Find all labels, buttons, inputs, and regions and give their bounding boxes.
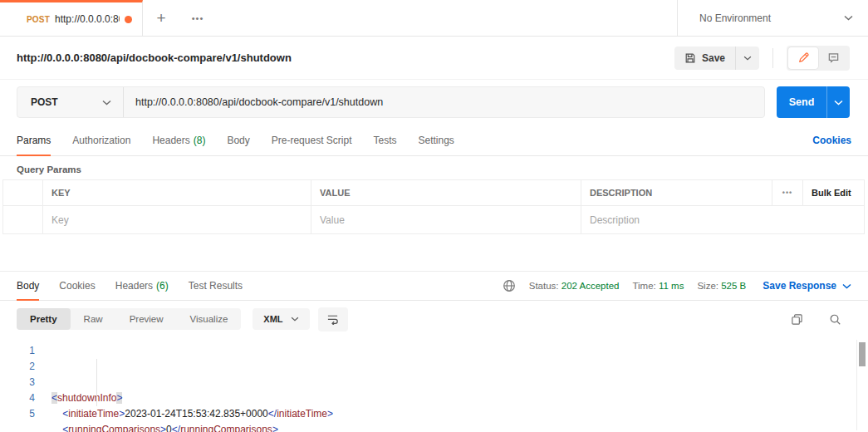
wrap-text-button[interactable] [318, 307, 348, 331]
request-title-bar: http://0.0.0.0:8080/api/docbook-compare/… [0, 37, 868, 80]
headers-count: (8) [194, 135, 206, 146]
tab-body[interactable]: Body [227, 125, 249, 155]
send-button-group: Send [777, 86, 850, 118]
tab-tests[interactable]: Tests [373, 125, 396, 155]
edit-comment-group [787, 46, 850, 71]
response-tab-body[interactable]: Body [17, 272, 39, 300]
chevron-down-icon [291, 317, 299, 322]
send-options-button[interactable] [826, 86, 850, 118]
method-select-value: POST [31, 96, 58, 108]
time-badge: Time: 11 ms [632, 281, 684, 291]
response-toolbar: Pretty Raw Preview Visualize XML [0, 301, 868, 337]
save-options-button[interactable] [735, 47, 759, 70]
view-mode-visualize[interactable]: Visualize [177, 308, 242, 330]
line-numbers: 12345 [0, 338, 45, 432]
chevron-down-icon [743, 56, 752, 61]
column-key: KEY [42, 180, 311, 205]
code-editor: 12345 <shutdownInfo> <initiateTime>2023-… [0, 338, 868, 432]
search-icon [829, 313, 841, 326]
tab-bar: POST http://0.0.0.0:8080/ap + ••• No Env… [0, 0, 868, 37]
query-params-row [3, 206, 864, 233]
chevron-down-icon [834, 100, 843, 106]
column-description: DESCRIPTION [581, 180, 772, 205]
size-badge: Size: 525 B [697, 281, 746, 291]
copy-button[interactable] [782, 307, 812, 331]
comment-button[interactable] [818, 47, 848, 69]
view-mode-preview[interactable]: Preview [116, 308, 177, 330]
tab-params[interactable]: Params [17, 125, 51, 155]
save-response-button[interactable]: Save Response [763, 280, 851, 292]
response-tab-test-results[interactable]: Test Results [189, 272, 243, 300]
environment-selector[interactable]: No Environment [677, 0, 868, 36]
chevron-down-icon [844, 15, 853, 21]
format-select[interactable]: XML [253, 308, 309, 330]
tab-bar-spacer [216, 0, 677, 36]
method-select[interactable]: POST [17, 87, 124, 117]
request-tab[interactable]: POST http://0.0.0.0:8080/ap [0, 0, 143, 36]
tab-headers[interactable]: Headers(8) [152, 125, 205, 155]
bulk-edit-button[interactable]: Bulk Edit [802, 180, 864, 205]
column-value: VALUE [311, 180, 581, 205]
more-tabs-button[interactable]: ••• [179, 0, 216, 36]
divider [772, 48, 773, 68]
scrollbar[interactable] [856, 340, 866, 430]
cookies-link[interactable]: Cookies [812, 125, 851, 155]
param-key-input[interactable] [51, 214, 302, 226]
send-button[interactable]: Send [777, 86, 826, 118]
url-field: POST [17, 86, 765, 118]
tab-pre-request-script[interactable]: Pre-request Script [272, 125, 352, 155]
tabs-spacer [476, 125, 791, 155]
environment-label: No Environment [699, 12, 771, 24]
chevron-down-icon [102, 100, 111, 106]
postman-app: POST http://0.0.0.0:8080/ap + ••• No Env… [0, 0, 868, 432]
save-button[interactable]: Save [674, 47, 735, 70]
response-pane: Body Cookies Headers(6) Test Results Sta… [0, 271, 868, 432]
save-button-group: Save [674, 47, 759, 70]
tab-url-label: http://0.0.0.0:8080/ap [55, 13, 120, 25]
comment-icon [827, 52, 840, 64]
response-meta: Status: 202 Accepted Time: 11 ms Size: 5… [262, 272, 851, 300]
select-column-header [3, 180, 42, 205]
query-params-table: KEY VALUE DESCRIPTION ••• Bulk Edit [2, 179, 865, 234]
copy-icon [791, 313, 803, 326]
chevron-down-icon [842, 283, 851, 289]
globe-icon[interactable] [503, 279, 516, 292]
scrollbar-thumb[interactable] [859, 342, 866, 366]
param-value-input[interactable] [320, 214, 572, 226]
response-headers-count: (6) [156, 280, 169, 292]
view-mode-raw[interactable]: Raw [71, 308, 116, 330]
send-button-label: Send [789, 96, 815, 108]
search-button[interactable] [820, 307, 850, 331]
tab-settings[interactable]: Settings [419, 125, 454, 155]
floppy-disk-icon [684, 52, 696, 64]
request-tabs: Params Authorization Headers(8) Body Pre… [0, 125, 868, 156]
status-badge: Status: 202 Accepted [529, 281, 620, 291]
tab-authorization[interactable]: Authorization [72, 125, 130, 155]
unsaved-indicator-dot [125, 16, 132, 23]
query-params-header-row: KEY VALUE DESCRIPTION ••• Bulk Edit [3, 180, 864, 206]
response-tab-cookies[interactable]: Cookies [59, 272, 95, 300]
params-options-button[interactable]: ••• [772, 180, 802, 205]
query-params-title: Query Params [0, 156, 868, 179]
row-select-cell [3, 206, 42, 233]
indent-guide [96, 359, 97, 406]
response-tabs: Body Cookies Headers(6) Test Results Sta… [0, 272, 868, 301]
url-input[interactable] [124, 87, 764, 117]
title-actions: Save [674, 46, 850, 71]
save-button-label: Save [702, 52, 725, 64]
param-description-input[interactable] [590, 214, 856, 226]
response-tab-headers[interactable]: Headers(6) [115, 272, 169, 300]
request-builder-row: POST Send [0, 80, 868, 125]
view-mode-switcher: Pretty Raw Preview Visualize [17, 308, 241, 330]
new-tab-button[interactable]: + [143, 0, 179, 36]
view-mode-pretty[interactable]: Pretty [17, 308, 71, 330]
pencil-icon [797, 52, 810, 64]
tab-method-label: POST [27, 15, 50, 24]
code-lines: <shutdownInfo> <initiateTime>2023-01-24T… [45, 338, 868, 432]
request-title: http://0.0.0.0:8080/api/docbook-compare/… [17, 52, 674, 64]
format-select-value: XML [263, 314, 282, 324]
edit-button[interactable] [788, 47, 818, 69]
wrap-text-icon [326, 313, 339, 325]
save-response-label: Save Response [763, 280, 836, 292]
